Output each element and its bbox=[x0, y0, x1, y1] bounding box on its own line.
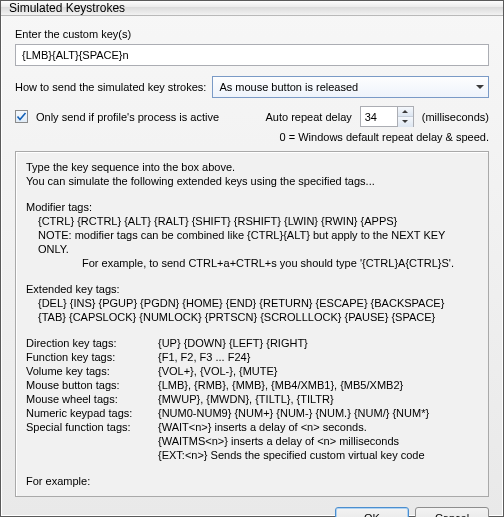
custom-keys-input[interactable] bbox=[15, 44, 489, 66]
check-icon bbox=[16, 111, 27, 122]
only-send-label: Only send if profile's process is active bbox=[36, 111, 219, 123]
dialog-footer: OK Cancel bbox=[1, 497, 503, 517]
extended-tags1: {DEL} {INS} {PGUP} {PGDN} {HOME} {END} {… bbox=[26, 296, 478, 310]
mb-label: Mouse button tags: bbox=[26, 378, 158, 392]
send-mode-value: As mouse button is released bbox=[219, 81, 358, 93]
window-title: Simulated Keystrokes bbox=[9, 1, 125, 15]
mb-tags: {LMB}, {RMB}, {MMB}, {MB4/XMB1}, {MB5/XM… bbox=[158, 378, 478, 392]
for-example: For example: bbox=[26, 474, 478, 488]
spec-tags2: {WAITMS<n>} inserts a delay of <n> milli… bbox=[158, 434, 478, 448]
spec-label: Special function tags: bbox=[26, 420, 158, 434]
default-note: 0 = Windows default repeat delay & speed… bbox=[15, 131, 489, 143]
repeat-delay-input[interactable] bbox=[361, 111, 397, 123]
content-area: Enter the custom key(s) How to send the … bbox=[1, 16, 503, 497]
options-row: Only send if profile's process is active… bbox=[15, 106, 489, 127]
chevron-down-icon bbox=[476, 85, 484, 89]
extended-tags-header: Extended key tags: bbox=[26, 282, 478, 296]
func-tags: {F1, F2, F3 ... F24} bbox=[158, 350, 478, 364]
help-intro1: Type the key sequence into the box above… bbox=[26, 160, 478, 174]
dir-label: Direction key tags: bbox=[26, 336, 158, 350]
modifier-note1: NOTE: modifier tags can be combined like… bbox=[26, 228, 478, 256]
spec-tags1: {WAIT<n>} inserts a delay of <n> seconds… bbox=[158, 420, 478, 434]
mw-label: Mouse wheel tags: bbox=[26, 392, 158, 406]
ok-button[interactable]: OK bbox=[335, 507, 409, 517]
vol-tags: {VOL+}, {VOL-}, {MUTE} bbox=[158, 364, 478, 378]
send-mode-label: How to send the simulated key strokes: bbox=[15, 81, 206, 93]
help-intro2: You can simulate the following extended … bbox=[26, 174, 478, 188]
vol-label: Volume key tags: bbox=[26, 364, 158, 378]
dir-tags: {UP} {DOWN} {LEFT} {RIGHT} bbox=[158, 336, 478, 350]
cancel-button[interactable]: Cancel bbox=[415, 507, 489, 517]
func-label: Function key tags: bbox=[26, 350, 158, 364]
num-label: Numeric keypad tags: bbox=[26, 406, 158, 420]
milliseconds-label: (milliseconds) bbox=[422, 111, 489, 123]
send-mode-dropdown[interactable]: As mouse button is released bbox=[212, 76, 489, 98]
dialog-window: Simulated Keystrokes Enter the custom ke… bbox=[0, 0, 504, 517]
modifier-note2: For example, to send CTRL+a+CTRL+s you s… bbox=[26, 256, 478, 270]
repeat-delay-spinner[interactable] bbox=[360, 106, 414, 127]
send-mode-row: How to send the simulated key strokes: A… bbox=[15, 76, 489, 98]
spec-tags3: {EXT:<n>} Sends the specified custom vir… bbox=[158, 448, 478, 462]
modifier-tags-list: {CTRL} {RCTRL} {ALT} {RALT} {SHIFT} {RSH… bbox=[26, 214, 478, 228]
keytag-grid: Direction key tags:{UP} {DOWN} {LEFT} {R… bbox=[26, 336, 478, 462]
mw-tags: {MWUP}, {MWDN}, {TILTL}, {TILTR} bbox=[158, 392, 478, 406]
arrow-up-icon bbox=[402, 110, 408, 113]
only-send-checkbox[interactable] bbox=[15, 110, 28, 123]
enter-keys-label: Enter the custom key(s) bbox=[15, 28, 489, 40]
spec-blank2 bbox=[26, 448, 158, 462]
spec-blank1 bbox=[26, 434, 158, 448]
arrow-down-icon bbox=[402, 120, 408, 123]
extended-tags2: {TAB} {CAPSLOCK} {NUMLOCK} {PRTSCN} {SCR… bbox=[26, 310, 478, 324]
modifier-tags-header: Modifier tags: bbox=[26, 200, 478, 214]
auto-repeat-label: Auto repeat delay bbox=[266, 111, 352, 123]
spin-up-button[interactable] bbox=[398, 107, 413, 117]
spin-down-button[interactable] bbox=[398, 117, 413, 127]
titlebar: Simulated Keystrokes bbox=[1, 1, 503, 16]
help-text-area: Type the key sequence into the box above… bbox=[15, 151, 489, 497]
num-tags: {NUM0-NUM9} {NUM+} {NUM-} {NUM.} {NUM/} … bbox=[158, 406, 478, 420]
